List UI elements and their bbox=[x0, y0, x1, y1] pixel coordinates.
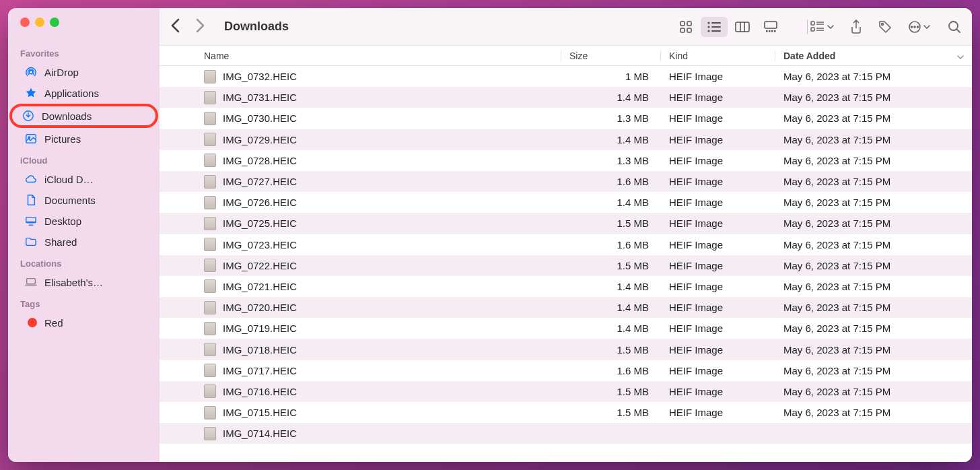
file-row[interactable]: IMG_0727.HEIC 1.6 MB HEIF Image May 6, 2… bbox=[160, 171, 972, 192]
sidebar-item-red[interactable]: Red bbox=[12, 312, 155, 333]
window-title: Downloads bbox=[224, 20, 289, 34]
file-row[interactable]: IMG_0722.HEIC 1.5 MB HEIF Image May 6, 2… bbox=[160, 255, 972, 276]
file-thumbnail-icon bbox=[204, 133, 216, 146]
file-row[interactable]: IMG_0725.HEIC 1.5 MB HEIF Image May 6, 2… bbox=[160, 213, 972, 234]
file-kind: HEIF Image bbox=[661, 407, 775, 418]
file-date: May 6, 2023 at 7:15 PM bbox=[775, 302, 972, 313]
file-row[interactable]: IMG_0721.HEIC 1.4 MB HEIF Image May 6, 2… bbox=[160, 276, 972, 297]
svg-point-16 bbox=[707, 30, 709, 32]
file-row[interactable]: IMG_0720.HEIC 1.4 MB HEIF Image May 6, 2… bbox=[160, 297, 972, 318]
sidebar: FavoritesAirDropApplicationsDownloadsPic… bbox=[8, 8, 160, 462]
file-row[interactable]: IMG_0716.HEIC 1.5 MB HEIF Image May 6, 2… bbox=[160, 381, 972, 402]
list-view-button[interactable] bbox=[701, 17, 728, 37]
file-thumbnail-icon bbox=[204, 364, 216, 377]
group-button[interactable] bbox=[810, 21, 834, 33]
file-date: May 6, 2023 at 7:15 PM bbox=[775, 365, 972, 376]
file-size: 1.4 MB bbox=[561, 197, 661, 208]
file-row[interactable]: IMG_0729.HEIC 1.4 MB HEIF Image May 6, 2… bbox=[160, 129, 972, 150]
file-kind: HEIF Image bbox=[661, 155, 775, 166]
back-button[interactable] bbox=[170, 18, 180, 36]
file-thumbnail-icon bbox=[204, 427, 216, 440]
forward-button[interactable] bbox=[196, 18, 205, 36]
sidebar-item-desktop[interactable]: Desktop bbox=[12, 211, 155, 231]
file-row[interactable]: IMG_0714.HEIC bbox=[160, 423, 972, 444]
file-row[interactable]: IMG_0732.HEIC 1 MB HEIF Image May 6, 202… bbox=[160, 66, 972, 87]
file-row[interactable]: IMG_0723.HEIC 1.6 MB HEIF Image May 6, 2… bbox=[160, 234, 972, 255]
file-size: 1.3 MB bbox=[561, 155, 661, 166]
svg-point-3 bbox=[28, 137, 30, 139]
sidebar-item-documents[interactable]: Documents bbox=[12, 190, 155, 210]
file-thumbnail-icon bbox=[204, 301, 216, 314]
file-size: 1.5 MB bbox=[561, 260, 661, 271]
svg-point-36 bbox=[917, 26, 919, 28]
file-kind: HEIF Image bbox=[661, 365, 775, 376]
column-kind[interactable]: Kind bbox=[661, 51, 775, 61]
sidebar-item-pictures[interactable]: Pictures bbox=[12, 129, 155, 149]
file-row[interactable]: IMG_0719.HEIC 1.4 MB HEIF Image May 6, 2… bbox=[160, 318, 972, 339]
sidebar-item-airdrop[interactable]: AirDrop bbox=[12, 62, 155, 82]
sidebar-item-label: Downloads bbox=[42, 110, 92, 122]
file-row[interactable]: IMG_0730.HEIC 1.3 MB HEIF Image May 6, 2… bbox=[160, 108, 972, 129]
sidebar-item-label: Documents bbox=[44, 195, 96, 206]
file-row[interactable]: IMG_0715.HEIC 1.5 MB HEIF Image May 6, 2… bbox=[160, 402, 972, 423]
file-row[interactable]: IMG_0717.HEIC 1.6 MB HEIF Image May 6, 2… bbox=[160, 360, 972, 381]
applications-icon bbox=[24, 86, 38, 100]
downloads-icon bbox=[22, 109, 35, 123]
sidebar-item-label: Shared bbox=[44, 236, 77, 248]
svg-rect-13 bbox=[711, 22, 721, 24]
file-name: IMG_0714.HEIC bbox=[223, 428, 297, 439]
sidebar-item-elisabeths[interactable]: Elisabeth's… bbox=[12, 272, 155, 292]
column-size[interactable]: Size bbox=[561, 51, 661, 61]
share-button[interactable] bbox=[850, 20, 862, 34]
column-view-button[interactable] bbox=[729, 17, 756, 37]
sidebar-item-label: AirDrop bbox=[44, 67, 79, 78]
file-row[interactable]: IMG_0726.HEIC 1.4 MB HEIF Image May 6, 2… bbox=[160, 192, 972, 213]
file-name: IMG_0721.HEIC bbox=[223, 281, 297, 292]
file-date: May 6, 2023 at 7:15 PM bbox=[775, 71, 972, 82]
sidebar-item-downloads[interactable]: Downloads bbox=[9, 104, 158, 128]
file-size: 1.3 MB bbox=[561, 112, 661, 124]
search-button[interactable] bbox=[948, 20, 961, 34]
file-row[interactable]: IMG_0718.HEIC 1.5 MB HEIF Image May 6, 2… bbox=[160, 339, 972, 360]
svg-point-34 bbox=[911, 26, 913, 28]
action-button[interactable] bbox=[908, 20, 930, 34]
file-name: IMG_0723.HEIC bbox=[223, 239, 297, 250]
fullscreen-button[interactable] bbox=[50, 18, 59, 27]
finder-window: FavoritesAirDropApplicationsDownloadsPic… bbox=[8, 8, 972, 462]
icon-view-button[interactable] bbox=[672, 17, 699, 37]
file-row[interactable]: IMG_0728.HEIC 1.3 MB HEIF Image May 6, 2… bbox=[160, 150, 972, 171]
sidebar-section-title: Tags bbox=[8, 296, 160, 312]
column-name[interactable]: Name bbox=[197, 51, 561, 61]
file-size: 1.5 MB bbox=[561, 407, 661, 418]
file-thumbnail-icon bbox=[204, 175, 216, 189]
desktop-icon bbox=[24, 214, 38, 228]
sidebar-item-shared[interactable]: Shared bbox=[12, 232, 155, 252]
close-button[interactable] bbox=[20, 18, 30, 27]
file-kind: HEIF Image bbox=[661, 386, 775, 397]
file-row[interactable]: IMG_0731.HEIC 1.4 MB HEIF Image May 6, 2… bbox=[160, 87, 972, 108]
file-list[interactable]: IMG_0732.HEIC 1 MB HEIF Image May 6, 202… bbox=[160, 66, 972, 462]
sidebar-item-applications[interactable]: Applications bbox=[12, 83, 155, 103]
toolbar: Downloads bbox=[160, 8, 972, 46]
file-kind: HEIF Image bbox=[661, 197, 775, 208]
tag-button[interactable] bbox=[878, 20, 892, 34]
file-kind: HEIF Image bbox=[661, 71, 775, 82]
svg-rect-11 bbox=[687, 28, 691, 32]
svg-rect-18 bbox=[736, 22, 749, 32]
column-date[interactable]: Date Added bbox=[775, 51, 972, 61]
gallery-view-button[interactable] bbox=[757, 17, 784, 37]
svg-rect-8 bbox=[680, 22, 685, 26]
window-controls bbox=[8, 18, 160, 42]
file-name: IMG_0715.HEIC bbox=[223, 407, 297, 418]
file-name: IMG_0732.HEIC bbox=[223, 71, 297, 82]
file-thumbnail-icon bbox=[204, 406, 216, 419]
file-name: IMG_0718.HEIC bbox=[223, 344, 297, 356]
svg-rect-21 bbox=[765, 22, 777, 28]
file-size: 1.5 MB bbox=[561, 344, 661, 356]
file-name: IMG_0719.HEIC bbox=[223, 323, 297, 334]
svg-point-12 bbox=[707, 22, 709, 24]
cloud-icon bbox=[24, 172, 38, 186]
nav-buttons bbox=[170, 18, 205, 36]
minimize-button[interactable] bbox=[35, 18, 44, 27]
sidebar-item-icloudd[interactable]: iCloud D… bbox=[12, 169, 155, 189]
